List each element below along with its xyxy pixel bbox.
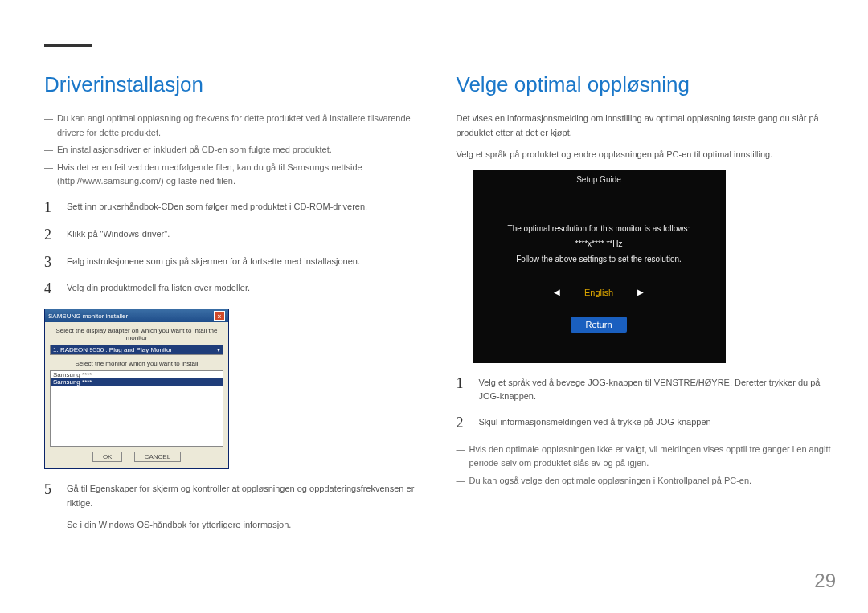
chevron-down-icon: ▾ xyxy=(217,346,220,353)
notes-list-left: Du kan angi optimal oppløsning og frekve… xyxy=(44,112,424,189)
page-number: 29 xyxy=(814,570,836,592)
step-item: 5 Gå til Egenskaper for skjerm og kontro… xyxy=(44,482,424,533)
osd-line: ****x**** **Hz xyxy=(575,239,623,248)
installer-titlebar: SAMSUNG monitor installer × xyxy=(45,309,228,322)
step-text: Skjul informasjonsmeldingen ved å trykke… xyxy=(479,415,711,431)
osd-return-button: Return xyxy=(571,317,626,333)
step-item: 4Velg din produktmodell fra listen over … xyxy=(44,281,424,297)
note-item: En installasjonsdriver er inkludert på C… xyxy=(44,143,424,157)
steps-list-right: 1Velg et språk ved å bevege JOG-knappen … xyxy=(457,376,837,431)
step-item: 2Klikk på "Windows-driver". xyxy=(44,227,424,243)
installer-monitor-list: Samsung **** Samsung **** xyxy=(50,370,223,447)
osd-language-selector: ◀ English ▶ xyxy=(554,288,644,297)
osd-title: Setup Guide xyxy=(576,175,621,184)
note-item: Du kan også velge den optimale oppløsnin… xyxy=(457,474,837,488)
arrow-left-icon: ◀ xyxy=(554,288,560,296)
list-item: Samsung **** xyxy=(51,371,223,378)
close-icon: × xyxy=(214,311,225,321)
step-item: 1Sett inn brukerhåndbok-CDen som følger … xyxy=(44,200,424,216)
arrow-right-icon: ▶ xyxy=(637,288,644,296)
step-text: Velg din produktmodell fra listen over m… xyxy=(67,281,250,297)
note-item: Du kan angi optimal oppløsning og frekve… xyxy=(44,112,424,140)
paragraph: Velg et språk på produktet og endre oppl… xyxy=(457,148,837,162)
step-text: Gå til Egenskaper for skjerm og kontroll… xyxy=(67,482,424,510)
installer-adapter-select: 1. RADEON 9550 : Plug and Play Monitor ▾ xyxy=(50,345,223,355)
step-item: 3Følg instruksjonene som gis på skjermen… xyxy=(44,255,424,271)
osd-language-label: English xyxy=(584,288,613,297)
steps-list-left: 1Sett inn brukerhåndbok-CDen som følger … xyxy=(44,200,424,297)
step-text: Følg instruksjonene som gis på skjermen … xyxy=(67,255,360,271)
osd-screen: Setup Guide The optimal resolution for t… xyxy=(473,170,726,363)
steps-list-left-2: 5 Gå til Egenskaper for skjerm og kontro… xyxy=(44,482,424,533)
osd-line: Follow the above settings to set the res… xyxy=(516,255,682,264)
installer-label: Select the display adapter on which you … xyxy=(50,327,223,341)
paragraph: Det vises en informasjonsmelding om inns… xyxy=(457,112,837,140)
step-text: Velg et språk ved å bevege JOG-knappen t… xyxy=(479,376,837,404)
section-title-right: Velge optimal oppløsning xyxy=(457,72,837,97)
step-text: Se i din Windows OS-håndbok for ytterlig… xyxy=(67,518,424,533)
osd-line: The optimal resolution for this monitor … xyxy=(508,224,690,233)
step-item: 1Velg et språk ved å bevege JOG-knappen … xyxy=(457,376,837,404)
section-title-left: Driverinstallasjon xyxy=(44,72,424,97)
step-item: 2Skjul informasjonsmeldingen ved å trykk… xyxy=(457,415,837,431)
cancel-button: CANCEL xyxy=(134,452,181,462)
notes-list-right: Hvis den optimale oppløsningen ikke er v… xyxy=(457,443,837,488)
note-item: Hvis den optimale oppløsningen ikke er v… xyxy=(457,443,837,471)
step-text: Klikk på "Windows-driver". xyxy=(67,227,170,243)
installer-title-text: SAMSUNG monitor installer xyxy=(48,313,128,320)
note-item: Hvis det er en feil ved den medfølgende … xyxy=(44,161,424,189)
installer-label: Select the monitor which you want to ins… xyxy=(50,360,223,367)
step-text: Sett inn brukerhåndbok-CDen som følger m… xyxy=(67,200,367,216)
installer-adapter-text: 1. RADEON 9550 : Plug and Play Monitor xyxy=(53,346,172,353)
installer-window: SAMSUNG monitor installer × Select the d… xyxy=(44,309,229,469)
list-item: Samsung **** xyxy=(51,378,223,386)
ok-button: OK xyxy=(92,452,123,462)
